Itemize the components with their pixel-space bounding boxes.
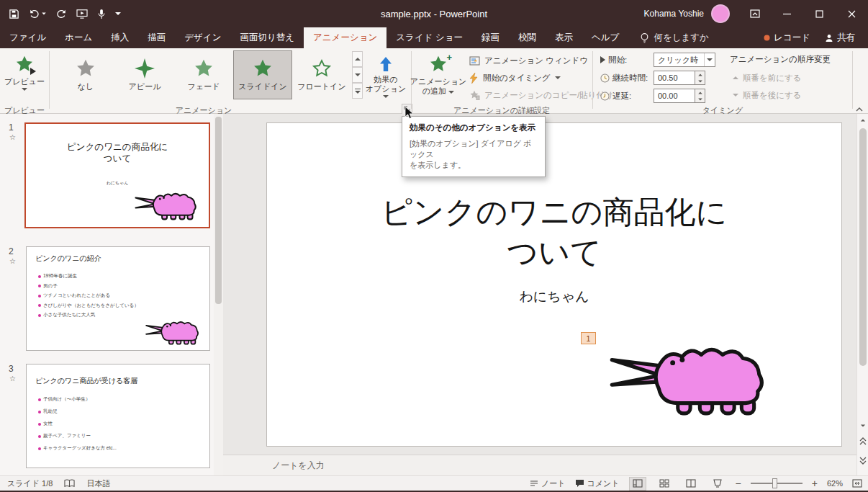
scrollbar-thumb[interactable] (859, 128, 867, 366)
gallery-scroll-down[interactable] (352, 67, 363, 83)
panel-scrollbar[interactable] (214, 114, 223, 475)
move-later-button[interactable]: 順番を後にする (730, 87, 805, 103)
preview-button[interactable]: プレビュー (4, 50, 45, 104)
croc-image (145, 317, 199, 346)
duration-row: 継続時間: (597, 70, 651, 86)
minimize-button[interactable] (771, 0, 803, 27)
start-label: 開始: (608, 55, 627, 66)
tab-record[interactable]: 録画 (472, 27, 509, 48)
zoom-in-button[interactable]: + (812, 478, 818, 489)
gallery-more-button[interactable] (352, 83, 363, 99)
delay-clock-icon (600, 91, 610, 101)
previous-slide-button[interactable] (857, 435, 868, 447)
zoom-level[interactable]: 62% (827, 479, 843, 488)
animation-appear[interactable]: アピール (115, 50, 174, 99)
record-button[interactable]: レコード (764, 32, 810, 44)
animation-slide-in[interactable]: スライドイン (233, 50, 292, 99)
slideshow-view-button[interactable] (709, 477, 726, 491)
bullet-item: 乳幼児 (38, 408, 117, 415)
fit-to-window-icon[interactable] (852, 479, 862, 488)
duration-label: 継続時間: (612, 73, 648, 84)
animation-fade[interactable]: フェード (174, 50, 233, 99)
spellcheck-icon[interactable] (64, 479, 75, 488)
save-icon[interactable] (9, 9, 19, 19)
avatar[interactable] (711, 4, 730, 23)
croc-image[interactable] (607, 336, 766, 418)
slide-canvas[interactable]: ピンクのワニの商品化について わにちゃん 1 (266, 122, 842, 447)
tab-insert[interactable]: 挿入 (101, 27, 138, 48)
tell-me-search[interactable]: 何をしますか (640, 27, 708, 48)
titlebar: sample.pptx - PowerPoint Kohama Yoshie (0, 0, 868, 27)
gallery-scroll-up[interactable] (352, 51, 363, 67)
next-slide-button[interactable] (857, 454, 868, 466)
slide-indicator[interactable]: スライド 1/8 (7, 478, 53, 489)
slide-sorter-view-button[interactable] (656, 477, 673, 491)
zoom-slider[interactable] (751, 483, 803, 484)
dictate-icon[interactable] (97, 9, 106, 19)
effect-options-button[interactable]: 効果のオプション (365, 50, 407, 104)
normal-view-button[interactable] (629, 477, 646, 491)
duration-up[interactable] (695, 71, 705, 78)
user-name[interactable]: Kohama Yoshie (644, 9, 704, 19)
notes-toggle-button[interactable]: ノート (530, 478, 566, 489)
comments-toggle-button[interactable]: コメント (575, 478, 620, 489)
animation-pane-button[interactable]: アニメーション ウィンドウ (466, 53, 591, 68)
vertical-scrollbar[interactable] (856, 114, 868, 475)
notes-pane[interactable]: ノートを入力 (223, 455, 856, 475)
tab-design[interactable]: デザイン (175, 27, 230, 48)
redo-icon[interactable] (56, 9, 67, 19)
delay-up[interactable] (695, 89, 705, 96)
language-indicator[interactable]: 日本語 (86, 478, 110, 489)
tab-slideshow[interactable]: スライド ショー (386, 27, 472, 48)
delay-down[interactable] (695, 96, 705, 102)
start-select[interactable]: クリック時 (654, 53, 715, 67)
move-earlier-button[interactable]: 順番を前にする (730, 70, 805, 86)
tab-draw[interactable]: 描画 (138, 27, 175, 48)
animation-number-badge[interactable]: 1 (581, 332, 596, 344)
animation-none[interactable]: なし (56, 50, 115, 99)
slide-thumbnail-3[interactable]: ピンクのワニ商品が受ける客層 子供向け（〜小学生） 乳幼児 女性 親子ペア、ファ… (26, 364, 210, 468)
start-row: 開始: (597, 52, 630, 68)
tab-transitions[interactable]: 画面切り替え (230, 27, 304, 48)
thumb-title: ピンクのワニの商品化について (26, 141, 209, 164)
duration-spinner[interactable]: 00.50 (654, 71, 705, 85)
trigger-button[interactable]: 開始のタイミング (466, 70, 564, 86)
bullet-item: ツチノコといわれたことがある (38, 292, 139, 299)
zoom-out-button[interactable]: − (736, 478, 741, 489)
reading-view-button[interactable] (682, 477, 700, 491)
zoom-slider-thumb[interactable] (772, 478, 777, 488)
gallery-scroll-buttons (352, 51, 363, 99)
start-icon (600, 56, 605, 63)
tab-file[interactable]: ファイル (0, 27, 55, 48)
scroll-up-icon[interactable] (857, 114, 868, 126)
collapse-ribbon-icon[interactable] (856, 104, 863, 115)
thumb-bullets: 子供向け（〜小学生） 乳幼児 女性 親子ペア、ファミリー キャラクターグッズ好き… (38, 396, 117, 457)
slide-thumbnail-2[interactable]: ピンクのワニの紹介 1995年春に誕生 男の子 ツチノコといわれたことがある さ… (26, 246, 210, 351)
add-animation-button[interactable]: + アニメーションの追加 (415, 50, 461, 104)
scroll-down-icon[interactable] (857, 419, 868, 431)
close-button[interactable] (836, 0, 868, 27)
delay-spinner[interactable]: 00.00 (654, 89, 705, 103)
tooltip-body: [効果のオプション] ダイアログ ボックスを表示します。 (410, 138, 538, 171)
slide-subtitle-text[interactable]: わにちゃん (267, 287, 841, 306)
animation-star-indicator: ☆ (9, 375, 16, 383)
share-button[interactable]: 共有 (825, 32, 855, 44)
start-slideshow-icon[interactable] (76, 9, 88, 19)
thumb-title: ピンクのワニの紹介 (35, 254, 101, 264)
duration-down[interactable] (695, 78, 705, 84)
tab-view[interactable]: 表示 (546, 27, 582, 48)
undo-icon[interactable] (29, 9, 47, 19)
thumb-bullets: 1995年春に誕生 男の子 ツチノコといわれたことがある さびしがりや（おともだ… (38, 273, 139, 322)
slide-thumbnail-1[interactable]: ピンクのワニの商品化について わにちゃん (24, 122, 210, 228)
animation-float-in[interactable]: フロートイン (292, 50, 351, 99)
star-icon (76, 58, 96, 79)
animation-painter-button[interactable]: アニメーションのコピー/貼り付け (466, 87, 616, 103)
maximize-button[interactable] (803, 0, 836, 27)
tab-review[interactable]: 校閲 (509, 27, 546, 48)
customize-qat-icon[interactable] (115, 12, 121, 15)
tab-home[interactable]: ホーム (55, 27, 101, 48)
slide-title-text[interactable]: ピンクのワニの商品化について (289, 192, 820, 272)
tab-help[interactable]: ヘルプ (582, 27, 628, 48)
ribbon-display-options-icon[interactable] (738, 0, 771, 27)
tab-animations[interactable]: アニメーション (304, 27, 386, 48)
